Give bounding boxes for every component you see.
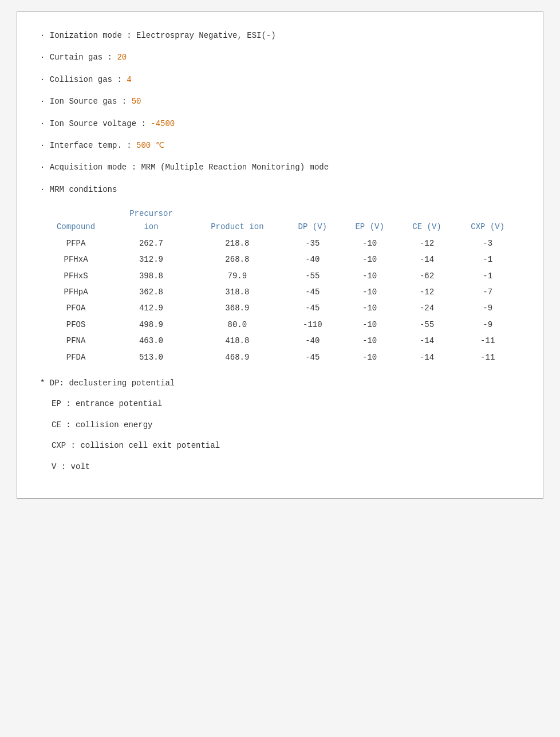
cell-cxp: -1	[455, 251, 520, 267]
cell-dp: -40	[284, 333, 341, 349]
cell-compound: PFDA	[40, 349, 112, 365]
cell-product: 79.9	[191, 268, 284, 284]
th-ep: EP (V)	[341, 205, 399, 235]
param-ion-source-voltage: · Ion Source voltage : -4500	[40, 117, 520, 130]
cell-ep: -10	[341, 251, 399, 267]
footnote-ep-text: EP : entrance potential	[52, 399, 162, 408]
table-row: PFNA463.0418.8-40-10-14-11	[40, 333, 520, 349]
param-acquisition: · Acquisition mode : MRM (Multiple React…	[40, 161, 520, 174]
th-compound: Compound	[40, 205, 112, 235]
footnote-ce: CE : collision energy	[52, 419, 520, 431]
cell-dp: -55	[284, 268, 341, 284]
cell-dp: -45	[284, 349, 341, 365]
cell-cxp: -7	[455, 284, 520, 300]
cell-cxp: -9	[455, 317, 520, 333]
cell-precursor: 463.0	[112, 333, 191, 349]
cell-compound: PFOA	[40, 300, 112, 316]
cell-ce: -14	[399, 333, 456, 349]
footnote-ep: EP : entrance potential	[52, 397, 520, 410]
table-row: PFPA262.7218.8-35-10-12-3	[40, 235, 520, 251]
curtain-value: 20	[117, 53, 127, 62]
cell-product: 368.9	[191, 300, 284, 316]
cell-ep: -10	[341, 235, 399, 251]
cell-product: 218.8	[191, 235, 284, 251]
cell-cxp: -11	[455, 333, 520, 349]
param-acquisition-text: · Acquisition mode : MRM (Multiple React…	[40, 163, 329, 172]
footnote-cxp: CXP : collision cell exit potential	[52, 439, 520, 452]
cell-ep: -10	[341, 300, 399, 316]
cell-cxp: -11	[455, 349, 520, 365]
cell-ep: -10	[341, 349, 399, 365]
th-precursor: Precursorion	[112, 205, 191, 235]
cell-ce: -24	[399, 300, 456, 316]
th-ce: CE (V)	[399, 205, 456, 235]
param-curtain-text: · Curtain gas :	[40, 53, 117, 62]
param-interface-temp: · Interface temp. : 500 ℃	[40, 139, 520, 152]
cell-product: 418.8	[191, 333, 284, 349]
cell-ep: -10	[341, 284, 399, 300]
cell-dp: -45	[284, 300, 341, 316]
param-ionization: · Ionization mode : Electrospray Negativ…	[40, 29, 520, 42]
mrm-conditions-title: · MRM conditions	[40, 183, 520, 196]
footnote-v: V : volt	[52, 460, 520, 473]
collision-gas-value: 4	[127, 75, 131, 84]
ion-source-gas-value: 50	[132, 97, 141, 106]
cell-product: 318.8	[191, 284, 284, 300]
cell-precursor: 262.7	[112, 235, 191, 251]
cell-compound: PFPA	[40, 235, 112, 251]
cell-compound: PFOS	[40, 317, 112, 333]
th-cxp: CXP (V)	[455, 205, 520, 235]
cell-compound: PFHpA	[40, 284, 112, 300]
cell-dp: -45	[284, 284, 341, 300]
th-dp: DP (V)	[284, 205, 341, 235]
cell-ce: -14	[399, 349, 456, 365]
footnote-dp-text: * DP: declustering potential	[40, 379, 175, 388]
content-box: · Ionization mode : Electrospray Negativ…	[17, 11, 543, 499]
cell-precursor: 498.9	[112, 317, 191, 333]
mrm-conditions-label: · MRM conditions	[40, 185, 117, 194]
param-interface-temp-text: · Interface temp. :	[40, 141, 136, 150]
cell-precursor: 513.0	[112, 349, 191, 365]
param-ion-source-gas: · Ion Source gas : 50	[40, 95, 520, 108]
param-curtain: · Curtain gas : 20	[40, 51, 520, 64]
table-row: PFHpA362.8318.8-45-10-12-7	[40, 284, 520, 300]
param-collision-gas-text: · Collision gas :	[40, 75, 127, 84]
cell-ce: -55	[399, 317, 456, 333]
cell-precursor: 312.9	[112, 251, 191, 267]
cell-ce: -14	[399, 251, 456, 267]
cell-product: 468.9	[191, 349, 284, 365]
table-header-row: Compound Precursorion Product ion DP (V)…	[40, 205, 520, 235]
param-ionization-text: · Ionization mode : Electrospray Negativ…	[40, 31, 276, 40]
mrm-table: Compound Precursorion Product ion DP (V)…	[40, 205, 520, 365]
cell-compound: PFHxS	[40, 268, 112, 284]
cell-ep: -10	[341, 333, 399, 349]
footnote-dp: * DP: declustering potential	[40, 377, 520, 389]
table-row: PFHxA312.9268.8-40-10-14-1	[40, 251, 520, 267]
cell-product: 268.8	[191, 251, 284, 267]
th-product: Product ion	[191, 205, 284, 235]
cell-dp: -40	[284, 251, 341, 267]
footnote-v-text: V : volt	[52, 462, 90, 471]
cell-ce: -12	[399, 235, 456, 251]
cell-ce: -62	[399, 268, 456, 284]
table-body: PFPA262.7218.8-35-10-12-3PFHxA312.9268.8…	[40, 235, 520, 365]
param-collision-gas: · Collision gas : 4	[40, 73, 520, 86]
page-container: · Ionization mode : Electrospray Negativ…	[0, 0, 560, 737]
param-ion-source-gas-text: · Ion Source gas :	[40, 97, 132, 106]
cell-cxp: -1	[455, 268, 520, 284]
cell-dp: -35	[284, 235, 341, 251]
cell-precursor: 412.9	[112, 300, 191, 316]
table-row: PFDA513.0468.9-45-10-14-11	[40, 349, 520, 365]
cell-cxp: -9	[455, 300, 520, 316]
cell-precursor: 398.8	[112, 268, 191, 284]
footnote-section: * DP: declustering potential EP : entran…	[40, 377, 520, 473]
cell-ep: -10	[341, 268, 399, 284]
ion-source-voltage-value: -4500	[151, 119, 175, 128]
footnote-ce-text: CE : collision energy	[52, 420, 152, 429]
footnote-cxp-text: CXP : collision cell exit potential	[52, 441, 220, 450]
cell-precursor: 362.8	[112, 284, 191, 300]
param-ion-source-voltage-text: · Ion Source voltage :	[40, 119, 151, 128]
cell-compound: PFNA	[40, 333, 112, 349]
cell-ce: -12	[399, 284, 456, 300]
table-row: PFOS498.980.0-110-10-55-9	[40, 317, 520, 333]
